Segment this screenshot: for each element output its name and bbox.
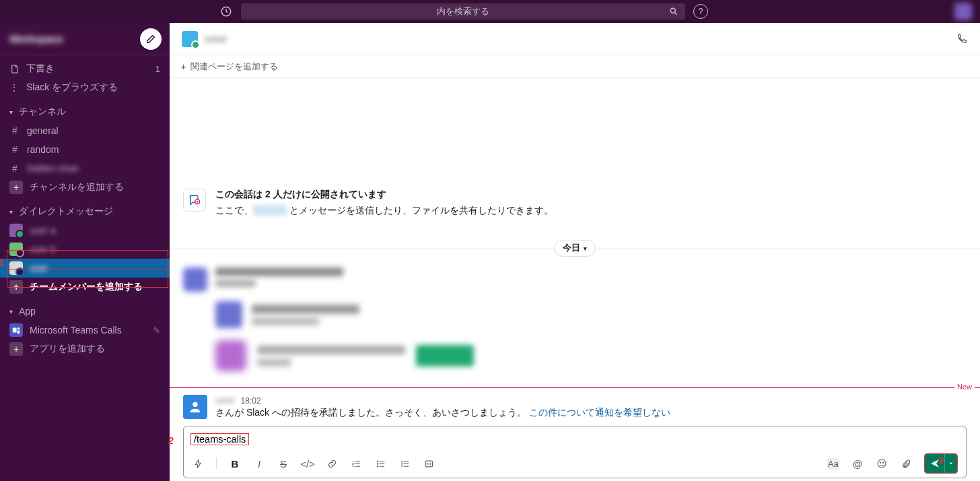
channels-section[interactable]: ▾ チャンネル [0,102,170,121]
message-composer[interactable]: /teams-calls B I S </> [183,426,967,478]
message-item-join[interactable]: user 18:02 さんが Slack への招待を承諾しました。さっそく、あい… [170,388,980,426]
search-input[interactable]: 内を検索する [241,3,685,20]
intro-body: ここで、xx とメッセージを送信したり、ファイルを共有したりできます。 [215,205,553,217]
avatar [215,340,246,371]
blockquote-icon[interactable] [398,459,411,469]
channel-label: general [27,125,59,136]
svg-point-6 [377,461,378,461]
dm-item[interactable]: user b [0,240,170,259]
plus-icon: + [9,181,23,194]
svg-point-1 [670,8,675,13]
composer-area: 2 3 /teams-calls B I S </> [170,426,980,481]
svg-point-3 [18,327,20,330]
teams-icon [9,323,23,337]
composer-toolbar: B I S </> Aa @ [190,449,959,478]
date-divider: 今日 ▾ [170,240,980,257]
formatting-toggle-icon[interactable]: Aa [827,458,839,470]
pencil-icon[interactable]: ✎ [153,325,160,335]
code-icon[interactable]: </> [302,458,314,470]
dm-section[interactable]: ▾ ダイレクトメッセージ [0,202,170,221]
code-block-icon[interactable] [423,459,435,469]
attachment-card[interactable] [215,301,967,328]
add-member-item[interactable]: + チームメンバーを追加する [0,278,170,296]
messages-area[interactable]: この会話は 2 人だけに公開されています ここで、xx とメッセージを送信したり… [170,78,980,426]
page-icon [9,64,20,74]
add-app-item[interactable]: + アプリを追加する [0,340,170,358]
help-icon[interactable]: ? [693,4,708,19]
add-related-pages[interactable]: + 関連ページを追加する [170,55,980,78]
avatar [215,301,242,328]
join-button[interactable] [416,345,474,366]
user-avatar[interactable] [954,3,972,20]
message-item-blurred[interactable] [170,262,980,381]
workspace-name: Workspace [9,33,63,44]
channel-item-general[interactable]: # general [0,121,170,140]
dm-name[interactable]: user [205,33,228,45]
send-menu-button[interactable] [945,454,957,473]
lightning-icon[interactable] [192,459,204,469]
redacted-name: xx [253,205,287,216]
add-app-label: アプリを追加する [30,343,105,355]
app-head-label: App [19,306,36,317]
svg-point-12 [882,462,883,463]
channel-label: hidden-chan [27,163,79,174]
bullet-list-icon[interactable] [374,459,386,469]
redacted-text [257,358,291,366]
new-label: New [954,383,975,391]
app-item-teams-calls[interactable]: Microsoft Teams Calls ✎ [0,321,170,340]
annotation-1: 1 [0,257,4,267]
link-icon[interactable] [326,459,338,469]
annotation-3: 3 [938,455,944,466]
app-section[interactable]: ▾ App [0,302,170,321]
join-body: さんが Slack への招待を承諾しました。さっそく、あいさつしましょう。 [215,407,526,418]
add-pages-label: 関連ページを追加する [190,61,278,73]
channel-item-hidden[interactable]: # hidden-chan [0,159,170,178]
dm-label: user a [30,225,56,236]
history-icon[interactable] [219,5,233,18]
svg-point-8 [377,466,378,466]
attach-icon[interactable] [900,459,912,469]
dm-label: user [30,263,48,274]
dm-head-label: ダイレクトメッセージ [19,205,113,218]
bold-icon[interactable]: B [229,458,241,470]
workspace-header[interactable]: Workspace [0,23,170,55]
mention-icon[interactable]: @ [851,458,864,470]
ordered-list-icon[interactable] [350,459,362,469]
annotation-2: 2 [168,435,174,446]
svg-rect-2 [13,328,17,333]
browse-slack-item[interactable]: ⋮ Slack をブラウズする [0,78,170,97]
hash-icon: # [9,125,20,136]
italic-icon[interactable]: I [253,458,265,470]
compose-button[interactable] [140,28,162,50]
svg-rect-9 [425,461,432,467]
chevron-down-icon: ▾ [7,108,15,116]
dm-avatar[interactable] [182,31,198,47]
svg-point-10 [878,459,886,468]
add-channel-item[interactable]: + チャンネルを追加する [0,178,170,197]
slash-command: /teams-calls [190,433,249,445]
redacted-text [252,304,359,314]
date-pill[interactable]: 今日 ▾ [554,240,596,257]
composer-input[interactable]: /teams-calls [190,432,959,449]
sidebar: Workspace 下書き 1 ⋮ Slack をブラウズする ▾ チャンネル [0,23,170,481]
presence-icon [9,261,23,275]
search-placeholder: 内を検索する [437,5,489,18]
dm-item[interactable]: user a [0,221,170,240]
hash-icon: # [9,144,20,155]
channel-label: random [27,144,59,155]
sender-name: user [215,395,236,406]
emoji-icon[interactable] [876,458,888,469]
svg-point-5 [193,402,197,407]
message-time: 18:02 [241,396,261,406]
dm-item-active[interactable]: user [0,259,170,278]
attachment-card[interactable] [215,340,967,371]
channel-item-random[interactable]: # random [0,140,170,159]
opt-out-link[interactable]: この件について通知を希望しない [529,407,670,418]
hash-icon: # [9,163,20,174]
drafts-item[interactable]: 下書き 1 [0,59,170,78]
strike-icon[interactable]: S [277,458,289,470]
call-icon[interactable] [956,33,968,45]
main-pane: user + 関連ページを追加する この会話は 2 人だけに公開されています [170,23,980,481]
svg-point-7 [377,463,378,463]
redacted-text [215,267,343,276]
